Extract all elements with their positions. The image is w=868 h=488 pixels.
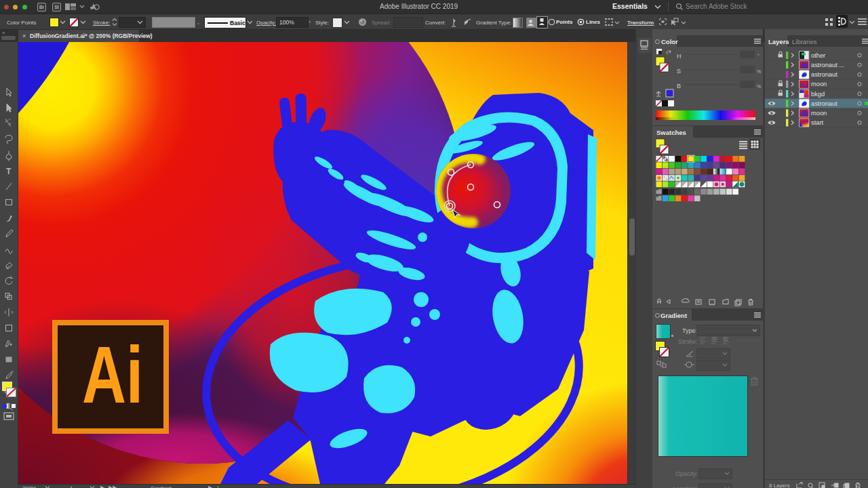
svg-text:°: °: [757, 54, 760, 58]
svg-text:start: start: [811, 119, 823, 126]
svg-text:bkgd: bkgd: [811, 91, 825, 98]
svg-text:other: other: [811, 52, 825, 59]
svg-text:H: H: [677, 53, 682, 60]
svg-text:T: T: [6, 167, 12, 176]
svg-text:Ai: Ai: [82, 330, 143, 420]
svg-text:moon: moon: [811, 110, 827, 117]
svg-text:astronaut: astronaut: [811, 100, 837, 107]
svg-text:%: %: [757, 84, 761, 89]
svg-text:B: B: [677, 83, 681, 89]
svg-text:moon: moon: [811, 81, 827, 87]
svg-text:astronaut: astronaut: [811, 71, 837, 78]
svg-text:%: %: [757, 69, 761, 74]
svg-text:astronaut ...: astronaut ...: [811, 62, 844, 68]
svg-text:S: S: [677, 68, 681, 75]
